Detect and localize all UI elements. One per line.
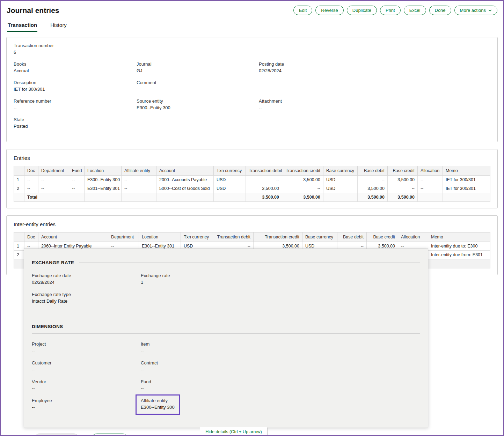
next-row-button[interactable]: Next row >> bbox=[92, 434, 127, 436]
field-exchange-rate-date: Exchange rate date 02/28/2024 bbox=[32, 273, 141, 285]
field-vendor: Vendor -- bbox=[32, 379, 141, 391]
journal-value: GJ bbox=[137, 68, 259, 73]
row-number-cell: 2 bbox=[14, 251, 24, 259]
vendor-label: Vendor bbox=[32, 379, 141, 384]
col-txn-currency: Txn currency bbox=[214, 166, 246, 176]
inter-entity-title: Inter-entity entries bbox=[14, 221, 490, 227]
item-label: Item bbox=[141, 341, 420, 347]
contract-value: -- bbox=[141, 367, 420, 372]
field-attachment: Attachment -- bbox=[259, 98, 490, 114]
col-transaction-debit: Transaction debit bbox=[213, 232, 254, 242]
employee-value: -- bbox=[32, 405, 141, 410]
toolbar: Edit Reverse Duplicate Print Excel Done … bbox=[293, 6, 497, 15]
edit-button[interactable]: Edit bbox=[293, 6, 312, 15]
col-doc: Doc bbox=[24, 166, 38, 176]
print-button[interactable]: Print bbox=[380, 6, 401, 15]
books-label: Books bbox=[14, 61, 137, 67]
entries-total-transaction-credit: 3,500.00 bbox=[282, 193, 323, 202]
entries-row-2[interactable]: 2 -- -- -- E301--Entity 301 -- 5000--Cos… bbox=[14, 184, 490, 193]
exchange-rate-grid: Exchange rate date 02/28/2024 Exchange r… bbox=[32, 273, 420, 311]
col-memo: Memo bbox=[443, 166, 490, 176]
field-fund: Fund -- bbox=[141, 379, 420, 391]
state-value: Posted bbox=[14, 124, 137, 129]
exchange-rate-type-label: Exchange rate type bbox=[32, 292, 141, 297]
entries-table: Doc Department Fund Location Affiliate e… bbox=[14, 166, 490, 202]
more-actions-button[interactable]: More actions bbox=[454, 6, 497, 15]
col-department: Department bbox=[38, 166, 69, 176]
field-exchange-rate: Exchange rate 1 bbox=[141, 273, 420, 285]
more-actions-label: More actions bbox=[460, 8, 486, 13]
col-base-debit: Base debit bbox=[337, 232, 367, 242]
col-rownum bbox=[14, 232, 24, 242]
done-button[interactable]: Done bbox=[429, 6, 451, 15]
reference-number-label: Reference number bbox=[14, 98, 137, 104]
transaction-number-label: Transaction number bbox=[14, 43, 137, 48]
posting-date-label: Posting date bbox=[259, 61, 490, 67]
page-header: Journal entries Edit Reverse Duplicate P… bbox=[1, 1, 503, 18]
exchange-rate-value: 1 bbox=[141, 280, 420, 285]
col-base-currency: Base currency bbox=[302, 232, 337, 242]
row-number-cell: 2 bbox=[14, 184, 24, 193]
entries-header-row: Doc Department Fund Location Affiliate e… bbox=[14, 166, 490, 176]
customer-value: -- bbox=[32, 367, 141, 372]
project-label: Project bbox=[32, 341, 141, 347]
comment-label: Comment bbox=[137, 80, 259, 85]
previous-row-button[interactable]: << Previous row bbox=[35, 434, 79, 436]
col-transaction-credit: Transaction credit bbox=[282, 166, 323, 176]
field-transaction-number: Transaction number 6 bbox=[14, 43, 137, 58]
row-number-cell: 1 bbox=[14, 242, 24, 251]
col-account: Account bbox=[156, 166, 214, 176]
dimensions-section: DIMENSIONS Project -- Item -- Customer -… bbox=[32, 324, 420, 418]
field-reference-number: Reference number -- bbox=[14, 98, 137, 114]
transaction-details-panel: Transaction number 6 Books Accrual Journ… bbox=[6, 37, 498, 142]
col-doc: Doc bbox=[24, 232, 38, 242]
excel-button[interactable]: Excel bbox=[404, 6, 426, 15]
exchange-rate-date-label: Exchange rate date bbox=[32, 273, 141, 278]
row-number-cell: 1 bbox=[14, 176, 24, 184]
hide-details-tab[interactable]: Hide details (Ctrl + Up arrow) bbox=[200, 427, 268, 436]
dimensions-grid: Project -- Item -- Customer -- Contract … bbox=[32, 341, 420, 418]
journal-label: Journal bbox=[137, 61, 259, 67]
entries-total-row: Total 3,500.00 3,500.00 3,500.00 3,500.0… bbox=[14, 193, 490, 202]
customer-label: Customer bbox=[32, 360, 141, 365]
duplicate-button[interactable]: Duplicate bbox=[347, 6, 377, 15]
tab-history[interactable]: History bbox=[50, 19, 67, 32]
item-value: -- bbox=[141, 348, 420, 353]
reverse-button[interactable]: Reverse bbox=[315, 6, 343, 15]
col-rownum bbox=[14, 166, 24, 176]
entries-row-1[interactable]: 1 -- -- -- E300--Entity 300 -- 2000--Acc… bbox=[14, 176, 490, 184]
exchange-rate-heading-label: EXCHANGE RATE bbox=[32, 260, 74, 265]
exchange-rate-heading: EXCHANGE RATE bbox=[32, 260, 420, 265]
tab-transaction[interactable]: Transaction bbox=[7, 19, 37, 32]
inter-entity-header-row: Doc Account Department Location Txn curr… bbox=[14, 232, 490, 242]
field-item: Item -- bbox=[141, 341, 420, 353]
books-value: Accrual bbox=[14, 68, 137, 73]
fund-value: -- bbox=[141, 386, 420, 391]
field-books: Books Accrual bbox=[14, 61, 137, 77]
entries-total-transaction-debit: 3,500.00 bbox=[246, 193, 282, 202]
field-customer: Customer -- bbox=[32, 360, 141, 372]
col-allocation: Allocation bbox=[418, 166, 443, 176]
col-location: Location bbox=[139, 232, 181, 242]
page-title: Journal entries bbox=[7, 6, 59, 15]
field-employee: Employee -- bbox=[32, 398, 141, 411]
entries-total-base-debit: 3,500.00 bbox=[358, 193, 388, 202]
col-affiliate-entity: Affiliate entity bbox=[122, 166, 156, 176]
description-label: Description bbox=[14, 80, 137, 85]
entries-total-base-credit: 3,500.00 bbox=[388, 193, 418, 202]
dimensions-heading-label: DIMENSIONS bbox=[32, 324, 63, 329]
field-comment: Comment bbox=[137, 80, 259, 95]
col-base-credit: Base credit bbox=[388, 166, 418, 176]
col-department: Department bbox=[108, 232, 139, 242]
field-project: Project -- bbox=[32, 341, 141, 353]
reference-number-value: -- bbox=[14, 105, 137, 110]
col-allocation: Allocation bbox=[398, 232, 428, 242]
col-transaction-debit: Transaction debit bbox=[246, 166, 282, 176]
field-source-entity: Source entity E300--Entity 300 bbox=[137, 98, 259, 114]
journal-entries-page: Journal entries Edit Reverse Duplicate P… bbox=[0, 0, 504, 436]
col-memo: Memo bbox=[428, 232, 490, 242]
col-base-credit: Base credit bbox=[367, 232, 398, 242]
transaction-details-grid: Transaction number 6 Books Accrual Journ… bbox=[14, 43, 490, 135]
field-affiliate-entity: Affiliate entity E300--Entity 300 bbox=[141, 398, 420, 411]
fund-label: Fund bbox=[141, 379, 420, 384]
